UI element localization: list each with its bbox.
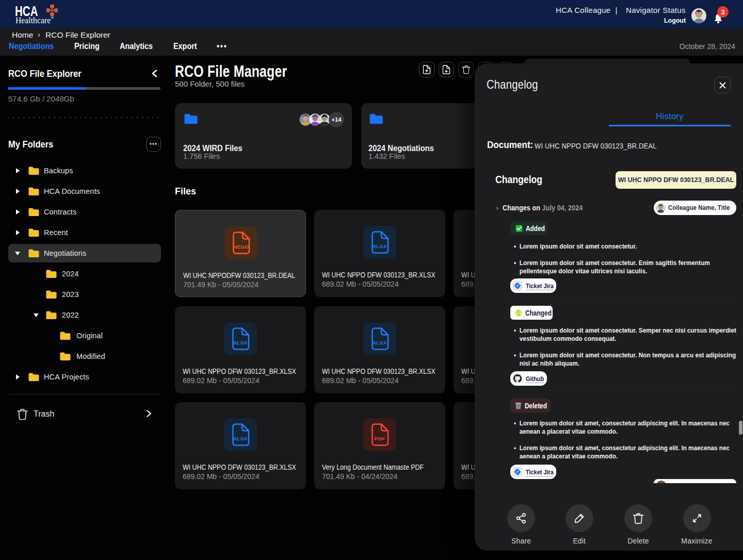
svg-text:XLSX: XLSX	[233, 436, 247, 441]
svg-text:XLSX: XLSX	[233, 340, 247, 345]
svg-text:XLSX: XLSX	[373, 243, 386, 249]
svg-text:XLSX: XLSX	[373, 340, 386, 345]
svg-text:PDF: PDF	[375, 436, 385, 441]
svg-text:NEGO: NEGO	[233, 244, 249, 250]
